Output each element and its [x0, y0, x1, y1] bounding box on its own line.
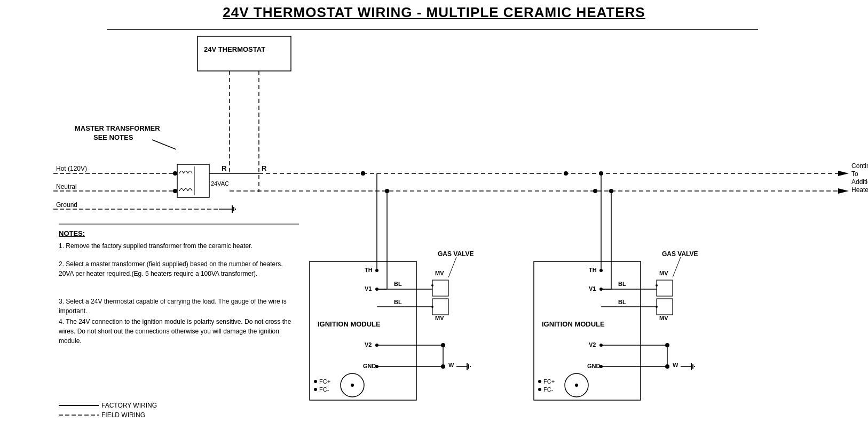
svg-text:V2: V2 [589, 341, 596, 348]
svg-text:TH: TH [589, 267, 597, 273]
svg-point-37 [593, 189, 597, 193]
svg-point-84 [599, 269, 603, 272]
svg-text:FC-: FC- [319, 386, 329, 393]
svg-text:BL: BL [618, 299, 626, 305]
svg-text:Neutral: Neutral [56, 183, 77, 190]
svg-line-7 [152, 140, 176, 149]
svg-text:MV: MV [435, 270, 444, 276]
svg-text:BL: BL [618, 281, 626, 287]
note4: 4. The 24V connection to the ignition mo… [59, 317, 299, 346]
svg-text:GND: GND [363, 363, 376, 369]
svg-text:BL: BL [394, 299, 402, 305]
note2: 2. Select a master transformer (field su… [59, 259, 299, 278]
svg-text:Continue: Continue [851, 162, 868, 170]
svg-text:To: To [851, 170, 858, 178]
svg-rect-20 [177, 164, 209, 197]
svg-text:24VAC: 24VAC [211, 180, 229, 187]
note1: 1. Remove the factory supplied transform… [59, 241, 299, 251]
svg-point-98 [538, 388, 541, 391]
notes-title: NOTES: [59, 229, 85, 237]
svg-point-35 [564, 171, 568, 176]
svg-point-9 [173, 171, 177, 176]
svg-text:V2: V2 [365, 341, 372, 348]
svg-text:FC+: FC+ [319, 378, 330, 385]
svg-rect-65 [432, 299, 448, 315]
svg-text:FC-: FC- [543, 386, 554, 393]
svg-text:W: W [448, 362, 454, 368]
svg-text:FACTORY WIRING: FACTORY WIRING [101, 402, 157, 409]
svg-text:MASTER TRANSFORMER: MASTER TRANSFORMER [75, 124, 160, 132]
svg-text:GAS VALVE: GAS VALVE [438, 250, 474, 258]
svg-text:GND: GND [587, 363, 601, 369]
svg-text:FIELD WIRING: FIELD WIRING [101, 411, 145, 419]
svg-line-115 [673, 257, 681, 277]
svg-rect-106 [657, 280, 673, 296]
svg-text:Hot (120V): Hot (120V) [56, 165, 87, 172]
svg-point-56 [351, 384, 354, 387]
svg-point-86 [599, 171, 603, 176]
svg-marker-29 [838, 188, 849, 194]
svg-text:MV: MV [659, 315, 668, 321]
svg-text:R: R [222, 164, 227, 172]
svg-text:Additional: Additional [851, 178, 868, 186]
wiring-svg: 24V THERMOSTAT MASTER TRANSFORMER SEE NO… [0, 0, 868, 430]
svg-text:FC+: FC+ [543, 378, 555, 385]
svg-text:GAS VALVE: GAS VALVE [662, 250, 698, 258]
svg-text:24V THERMOSTAT: 24V THERMOSTAT [204, 45, 265, 53]
svg-point-91 [609, 189, 613, 193]
svg-text:R: R [262, 164, 267, 172]
svg-point-11 [173, 189, 177, 193]
svg-text:IGNITION MODULE: IGNITION MODULE [542, 320, 605, 328]
svg-point-63 [431, 284, 433, 286]
svg-text:SEE NOTES: SEE NOTES [93, 133, 133, 141]
svg-text:V1: V1 [589, 285, 596, 292]
svg-point-108 [656, 284, 658, 286]
note3: 3. Select a 24V thermostat capable of ca… [59, 297, 299, 316]
svg-text:MV: MV [435, 315, 444, 321]
svg-marker-28 [838, 171, 849, 176]
svg-rect-61 [432, 280, 448, 296]
svg-text:BL: BL [394, 281, 402, 287]
svg-text:V1: V1 [365, 285, 372, 292]
svg-line-70 [448, 257, 456, 277]
wiring-diagram: 24V THERMOSTAT WIRING - MULTIPLE CERAMIC… [0, 0, 868, 430]
svg-point-96 [538, 380, 541, 383]
svg-text:TH: TH [365, 267, 373, 273]
svg-point-51 [314, 380, 317, 383]
svg-text:MV: MV [659, 270, 668, 276]
svg-point-131 [361, 171, 365, 176]
svg-point-101 [575, 384, 578, 387]
svg-text:IGNITION MODULE: IGNITION MODULE [318, 320, 381, 328]
svg-rect-110 [657, 299, 673, 315]
svg-point-41 [375, 269, 378, 272]
svg-text:Ground: Ground [56, 201, 77, 209]
svg-text:W: W [673, 362, 678, 368]
svg-rect-1 [198, 36, 291, 71]
svg-text:Heaters: Heaters [851, 186, 868, 194]
svg-point-53 [314, 388, 317, 391]
